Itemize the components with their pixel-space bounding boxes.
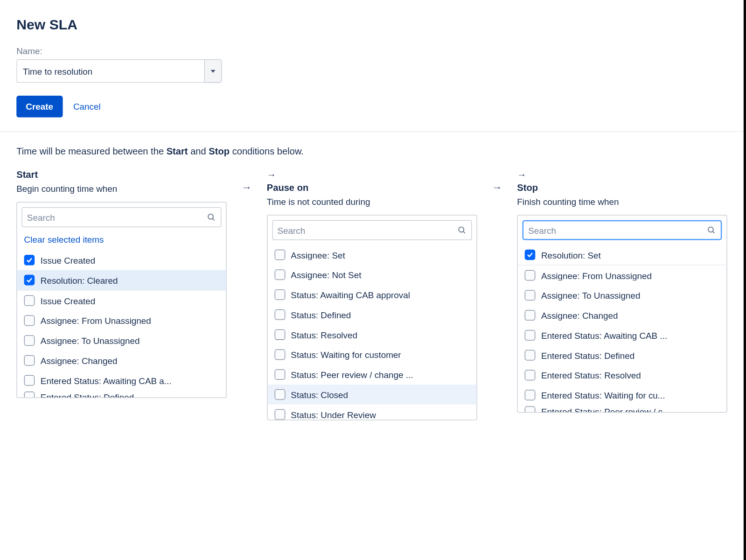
stop-listbox: Resolution: Set Assignee: From Unassigne… — [517, 215, 727, 413]
arrow-icon: → — [517, 170, 727, 181]
stop-option[interactable]: Entered Status: Awaiting CAB ... — [518, 325, 727, 345]
stop-option[interactable]: Assignee: Changed — [518, 305, 727, 325]
search-icon — [707, 225, 716, 235]
checkbox-icon — [274, 309, 285, 320]
pause-title: Pause on — [267, 182, 477, 193]
sla-name-input[interactable] — [16, 59, 204, 83]
checkbox-icon — [274, 350, 285, 360]
stop-option[interactable]: Entered Status: Defined — [518, 345, 727, 365]
checkbox-icon — [525, 330, 536, 341]
checkbox-icon — [274, 269, 285, 280]
checkbox-icon — [274, 250, 285, 260]
pause-search-input[interactable] — [277, 225, 457, 235]
stop-option[interactable]: Entered Status: Resolved — [518, 365, 727, 385]
arrow-icon: → — [488, 170, 507, 194]
start-subtitle: Begin counting time when — [16, 184, 226, 194]
pause-option[interactable]: Status: Waiting for customer — [267, 344, 476, 364]
svg-point-2 — [459, 227, 464, 232]
stop-option[interactable]: Entered Status: Peer review / c... — [518, 405, 727, 412]
stop-option[interactable]: Assignee: From Unassigned — [518, 266, 727, 286]
checkbox-icon — [525, 290, 536, 301]
search-icon — [207, 212, 216, 222]
checkbox-checked-icon — [525, 250, 536, 260]
start-option[interactable]: Assignee: Changed — [17, 350, 226, 371]
pause-option[interactable]: Status: Under Review — [267, 405, 476, 420]
svg-line-1 — [213, 218, 215, 220]
stop-option[interactable]: Assignee: To Unassigned — [518, 285, 727, 305]
name-label: Name: — [16, 46, 727, 56]
svg-line-5 — [712, 231, 714, 233]
stop-selected-option[interactable]: Resolution: Set — [518, 245, 727, 265]
checkbox-icon — [274, 409, 285, 420]
page-title: New SLA — [16, 16, 727, 33]
checkbox-icon — [274, 389, 285, 400]
arrow-icon: → — [267, 170, 477, 181]
checkbox-icon — [24, 315, 35, 326]
start-selected-option[interactable]: Issue Created — [17, 250, 226, 270]
checkbox-icon — [525, 390, 536, 400]
checkbox-icon — [24, 355, 35, 366]
section-divider — [0, 132, 744, 132]
checkbox-icon — [24, 335, 35, 346]
create-button[interactable]: Create — [16, 96, 63, 118]
checkbox-icon — [525, 310, 536, 321]
pause-option[interactable]: Status: Resolved — [267, 325, 476, 345]
start-option[interactable]: Assignee: To Unassigned — [17, 330, 226, 350]
start-search-input[interactable] — [27, 212, 207, 222]
chevron-down-icon — [211, 70, 216, 72]
checkbox-icon — [274, 329, 285, 340]
pause-subtitle: Time is not counted during — [267, 196, 477, 206]
arrow-icon: → — [237, 170, 256, 194]
stop-search-input[interactable] — [528, 225, 706, 235]
instruction-text: Time will be measured between the Start … — [16, 146, 727, 157]
pause-option[interactable]: Status: Awaiting CAB approval — [267, 285, 476, 305]
checkbox-icon — [525, 406, 536, 413]
checkbox-icon — [24, 295, 35, 306]
checkbox-icon — [24, 392, 35, 398]
svg-line-3 — [463, 231, 465, 233]
svg-point-4 — [708, 227, 713, 232]
stop-option[interactable]: Entered Status: Waiting for cu... — [518, 385, 727, 405]
start-option[interactable]: Entered Status: Defined — [17, 391, 226, 398]
checkbox-icon — [24, 375, 35, 386]
checkbox-icon — [274, 369, 285, 380]
stop-subtitle: Finish counting time when — [517, 196, 727, 206]
pause-option[interactable]: Status: Peer review / change ... — [267, 364, 476, 385]
checkbox-icon — [274, 289, 285, 300]
checkbox-icon — [525, 370, 536, 381]
pause-listbox: Assignee: Set Assignee: Not Set Status: … — [267, 215, 477, 420]
pause-option[interactable]: Status: Closed — [267, 385, 476, 405]
name-dropdown-toggle[interactable] — [204, 59, 222, 83]
stop-title: Stop — [517, 182, 727, 193]
start-title: Start — [16, 170, 226, 181]
start-option[interactable]: Assignee: From Unassigned — [17, 310, 226, 330]
pause-option[interactable]: Assignee: Not Set — [267, 265, 476, 285]
clear-selected-link[interactable]: Clear selected items — [17, 232, 226, 250]
start-listbox: Clear selected items Issue Created Resol… — [16, 202, 226, 398]
checkbox-icon — [525, 350, 536, 361]
checkbox-checked-icon — [24, 255, 35, 266]
start-option[interactable]: Entered Status: Awaiting CAB a... — [17, 371, 226, 391]
checkbox-checked-icon — [24, 275, 35, 286]
pause-option[interactable]: Assignee: Set — [267, 245, 476, 265]
pause-option[interactable]: Status: Defined — [267, 305, 476, 325]
start-selected-option[interactable]: Resolution: Cleared — [17, 270, 226, 290]
cancel-link[interactable]: Cancel — [73, 102, 101, 112]
start-option[interactable]: Issue Created — [17, 291, 226, 311]
svg-point-0 — [208, 214, 213, 219]
checkbox-icon — [525, 270, 536, 281]
search-icon — [457, 225, 466, 235]
